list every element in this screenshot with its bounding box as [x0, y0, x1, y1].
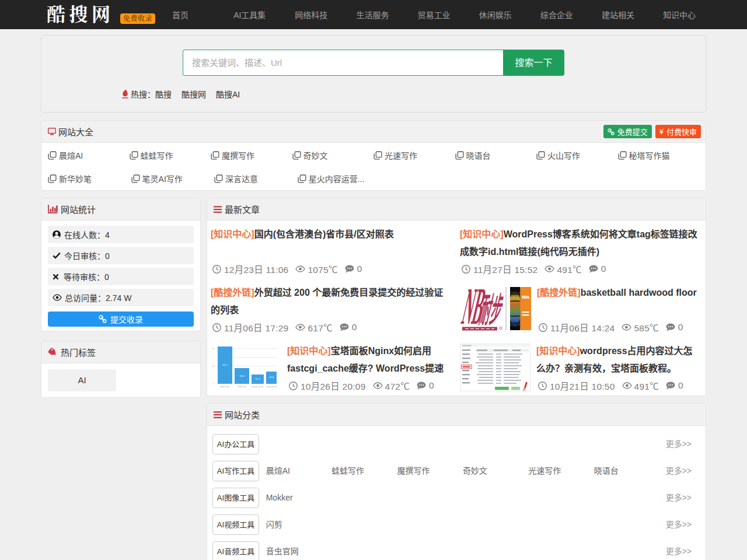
svg-text:FIBA: FIBA [522, 295, 530, 300]
svg-text:0: 0 [213, 383, 214, 385]
svg-text:30: 30 [212, 365, 215, 368]
svg-text:Nginx html: Nginx html [220, 386, 229, 388]
svg-text:11.2: 11.2 [256, 377, 261, 380]
svg-text:52.1: 52.1 [222, 363, 228, 366]
svg-text:19.4: 19.4 [239, 374, 245, 377]
svg-text:memcached: memcached [266, 386, 277, 388]
svg-text:60: 60 [212, 348, 215, 350]
svg-text:13.6: 13.6 [269, 376, 274, 379]
svg-text:Redis obj: Redis obj [238, 386, 246, 388]
svg-text:fastcgi_cache: fastcgi_cache [252, 386, 263, 388]
